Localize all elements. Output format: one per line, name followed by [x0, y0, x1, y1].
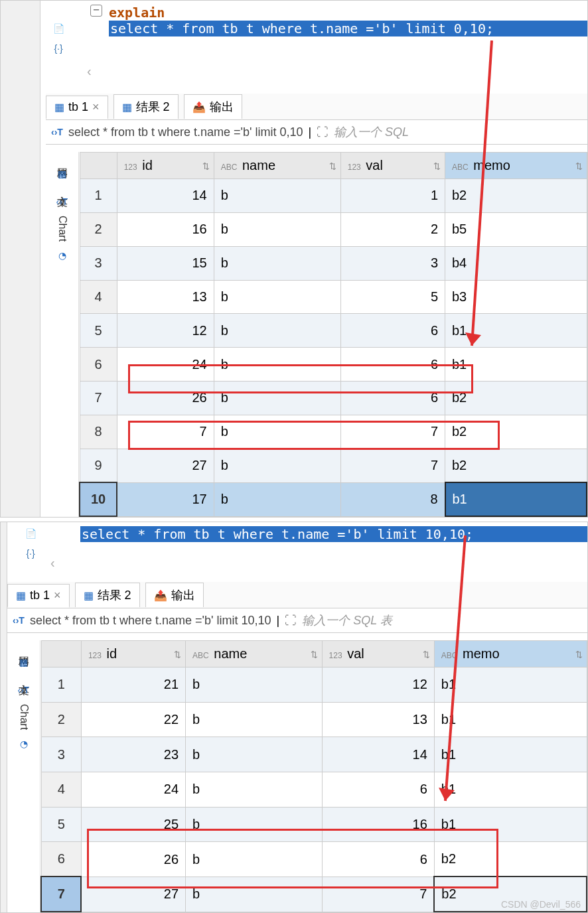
cell-memo[interactable]: b4: [445, 246, 587, 280]
col-id[interactable]: 123 id⇅: [117, 153, 214, 179]
tab-result2[interactable]: ▦ 结果 2: [75, 583, 140, 607]
table-row[interactable]: 5 12 b 6 b1: [80, 314, 587, 348]
close-icon[interactable]: ×: [92, 100, 100, 114]
sql-editor[interactable]: − explain select * from tb t where t.nam…: [77, 1, 587, 36]
expand-icon[interactable]: ⛶: [317, 125, 329, 139]
vtab-text[interactable]: 文本: [52, 182, 72, 193]
cell-val[interactable]: 6: [340, 382, 445, 415]
table-row[interactable]: 9 27 b 7 b2: [80, 449, 587, 482]
row-number[interactable]: 7: [41, 877, 81, 912]
expand-icon[interactable]: ⛶: [285, 614, 297, 628]
table-row[interactable]: 4 24 b 6 b1: [41, 772, 587, 807]
cell-memo[interactable]: b1: [434, 772, 587, 807]
cell-id[interactable]: 25: [81, 807, 185, 842]
sql-selected-line[interactable]: select * from tb t where t.name ='b' lim…: [109, 21, 587, 36]
table-row[interactable]: 1 14 b 1 b2: [80, 179, 587, 213]
col-val[interactable]: 123 val⇅: [322, 641, 434, 667]
filter-sort-icon[interactable]: ⇅: [575, 161, 583, 171]
filter-sort-icon[interactable]: ⇅: [174, 649, 181, 659]
filter-sort-icon[interactable]: ⇅: [329, 161, 336, 171]
cell-id[interactable]: 17: [117, 482, 214, 516]
col-val[interactable]: 123 val⇅: [340, 153, 445, 179]
close-icon[interactable]: ×: [54, 589, 61, 602]
filter-sort-icon[interactable]: ⇅: [311, 649, 318, 659]
cell-memo[interactable]: b1: [434, 702, 587, 737]
row-number[interactable]: 1: [80, 179, 117, 213]
row-number[interactable]: 7: [80, 382, 117, 415]
cell-id[interactable]: 21: [81, 667, 185, 703]
col-memo[interactable]: ABC memo⇅: [434, 641, 587, 667]
cell-id[interactable]: 27: [81, 877, 185, 912]
filter-sort-icon[interactable]: ⇅: [202, 161, 210, 171]
table-row[interactable]: 7 26 b 6 b2: [80, 382, 587, 415]
cell-id[interactable]: 13: [117, 280, 214, 314]
table-row[interactable]: 2 22 b 13 b1: [41, 702, 587, 737]
text-view-icon[interactable]: ‹›T: [17, 683, 31, 697]
row-number[interactable]: 1: [41, 667, 81, 703]
cell-val[interactable]: 2: [340, 212, 445, 246]
row-number[interactable]: 3: [41, 737, 81, 772]
vtab-chart[interactable]: Chart: [54, 210, 71, 247]
table-row[interactable]: 5 25 b 16 b1: [41, 807, 587, 842]
rownum-header[interactable]: [41, 641, 81, 667]
table-row[interactable]: 3 15 b 3 b4: [80, 246, 587, 280]
cell-val[interactable]: 3: [340, 246, 445, 280]
cell-name[interactable]: b: [214, 482, 340, 516]
row-number[interactable]: 4: [80, 280, 117, 314]
sql-edit-icon[interactable]: ‹›T: [13, 615, 25, 626]
filter-sort-icon[interactable]: ⇅: [423, 649, 430, 659]
cell-val[interactable]: 7: [322, 877, 434, 912]
vtab-grid[interactable]: 网格: [52, 155, 72, 165]
cell-id[interactable]: 26: [117, 382, 214, 415]
cell-val[interactable]: 6: [340, 314, 445, 348]
cell-memo[interactable]: b1: [445, 314, 587, 348]
table-row[interactable]: 10 17 b 8 b1: [80, 482, 587, 516]
cell-memo[interactable]: b5: [445, 212, 587, 246]
col-memo[interactable]: ABC memo⇅: [445, 153, 587, 179]
cell-memo[interactable]: b2: [445, 179, 587, 213]
cell-memo[interactable]: b2: [434, 842, 587, 877]
table-row[interactable]: 4 13 b 5 b3: [80, 280, 587, 314]
row-number[interactable]: 3: [80, 246, 117, 280]
tab-output[interactable]: 📤 输出: [184, 94, 242, 119]
cell-name[interactable]: b: [186, 702, 323, 737]
cell-name[interactable]: b: [214, 348, 340, 382]
cell-id[interactable]: 24: [117, 348, 214, 382]
table-row[interactable]: 6 26 b 6 b2: [41, 842, 587, 877]
cell-name[interactable]: b: [214, 314, 340, 348]
cell-memo[interactable]: b2: [445, 415, 587, 449]
cell-name[interactable]: b: [214, 415, 340, 449]
cell-id[interactable]: 26: [81, 842, 185, 877]
cell-id[interactable]: 15: [117, 246, 214, 280]
cell-val[interactable]: 5: [340, 280, 445, 314]
cell-memo[interactable]: b2: [445, 449, 587, 482]
cell-val[interactable]: 6: [322, 842, 434, 877]
vtab-grid[interactable]: 网格: [14, 643, 33, 654]
cell-name[interactable]: b: [186, 807, 323, 842]
cell-memo[interactable]: b2: [445, 382, 587, 415]
cell-val[interactable]: 7: [340, 415, 445, 449]
tab-tb1[interactable]: ▦ tb 1 ×: [7, 584, 70, 608]
grid-view-icon[interactable]: ▦: [55, 167, 70, 181]
cell-id[interactable]: 14: [117, 179, 214, 213]
text-view-icon[interactable]: ‹›T: [55, 194, 70, 209]
row-number[interactable]: 2: [41, 702, 81, 737]
filter-sort-icon[interactable]: ⇅: [433, 161, 441, 171]
table-row[interactable]: 1 21 b 12 b1: [41, 667, 587, 703]
cell-id[interactable]: 23: [81, 737, 185, 772]
cell-memo[interactable]: b1: [445, 482, 587, 516]
cell-memo[interactable]: b3: [445, 280, 587, 314]
cell-memo[interactable]: b1: [434, 737, 587, 772]
cell-name[interactable]: b: [214, 382, 340, 415]
chart-view-icon[interactable]: ◔: [55, 248, 70, 263]
cell-val[interactable]: 12: [322, 667, 434, 703]
cell-id[interactable]: 24: [81, 772, 185, 807]
sql-selected-line[interactable]: select * from tb t where t.name ='b' lim…: [80, 526, 587, 542]
sql-input-placeholder[interactable]: 输入一个 SQL: [334, 124, 409, 140]
sql-editor[interactable]: select * from tb t where t.name ='b' lim…: [40, 522, 587, 542]
row-number[interactable]: 5: [41, 807, 81, 842]
row-number[interactable]: 2: [80, 212, 117, 246]
grid-view-icon[interactable]: ▦: [17, 655, 31, 669]
table-row[interactable]: 3 23 b 14 b1: [41, 737, 587, 772]
vtab-chart[interactable]: Chart: [15, 699, 33, 735]
